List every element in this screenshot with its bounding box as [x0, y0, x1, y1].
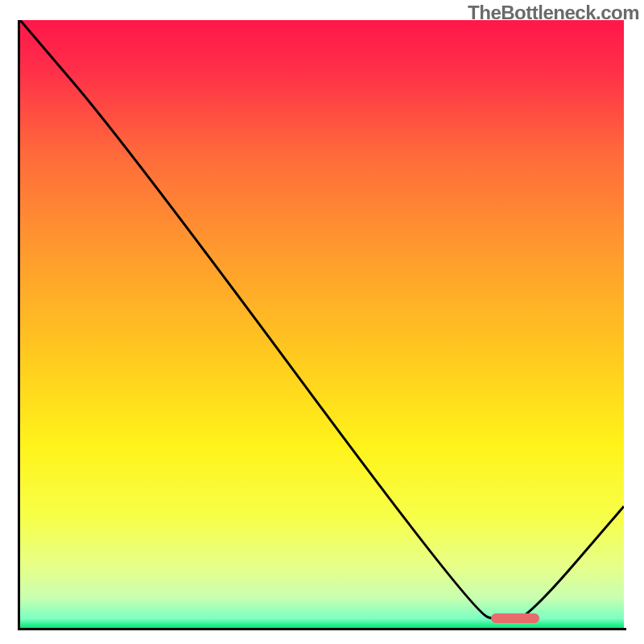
curve-layer: [20, 20, 624, 628]
y-axis: [18, 20, 20, 630]
optimal-range-marker: [491, 613, 539, 623]
plot-area: [20, 20, 624, 628]
chart-container: TheBottleneck.com: [0, 0, 644, 644]
bottleneck-curve: [20, 20, 624, 621]
x-axis: [18, 628, 626, 630]
